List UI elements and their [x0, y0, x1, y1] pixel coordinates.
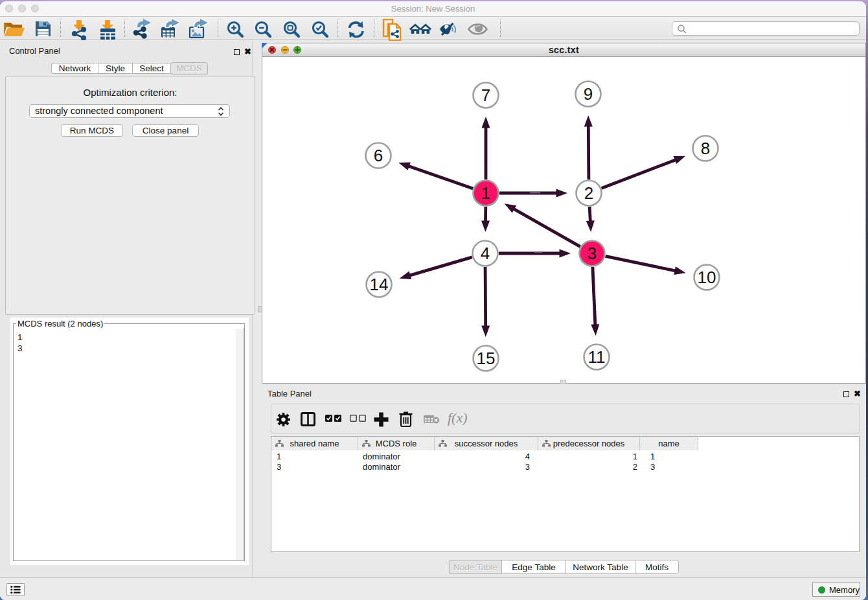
svg-text:7: 7	[481, 86, 490, 105]
svg-text:15: 15	[477, 349, 496, 368]
svg-text:11: 11	[588, 347, 606, 367]
svg-text:10: 10	[698, 268, 716, 287]
svg-text:8: 8	[701, 139, 710, 158]
svg-text:9: 9	[584, 84, 593, 104]
svg-text:1: 1	[481, 183, 490, 203]
svg-text:14: 14	[370, 275, 389, 294]
svg-text:3: 3	[588, 244, 597, 263]
svg-text:6: 6	[374, 146, 383, 165]
svg-text:4: 4	[481, 244, 490, 263]
svg-text:2: 2	[584, 183, 593, 203]
